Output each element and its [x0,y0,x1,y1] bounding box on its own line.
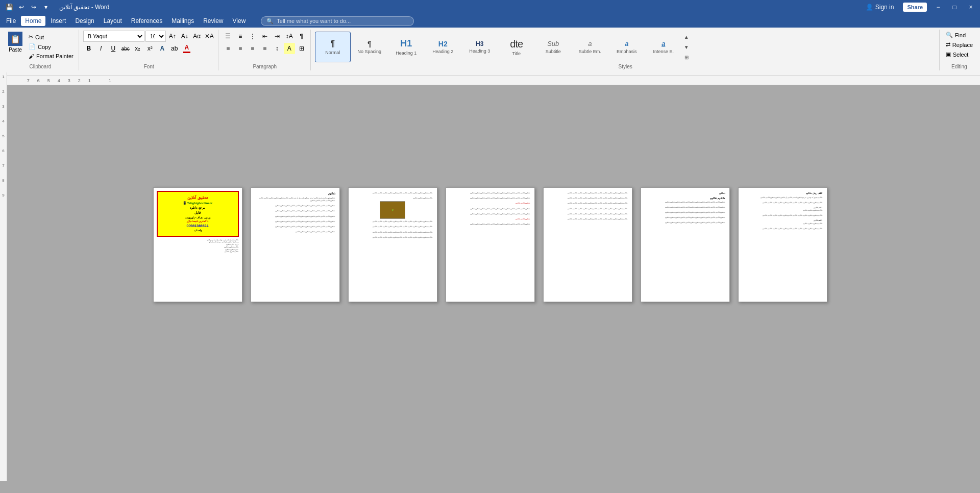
style-intense-e-label: Intense E. [653,49,674,54]
menu-file[interactable]: File [2,16,20,26]
page-3-content: داداکوم داداکوم داداکوم داداکوم داداکوم … [349,188,437,302]
page-1[interactable]: تحقیق آنلاین Tahghighonline.ir 📱 مرجع دا… [153,187,242,302]
undo-button[interactable]: ↩ [16,2,27,12]
font-name-select[interactable]: B Yaqut [83,31,144,42]
style-heading2[interactable]: H2 Heading 2 [425,32,461,62]
style-no-spacing[interactable]: ¶ No Spacing [352,32,387,62]
style-intense-e-preview: a [662,40,665,48]
highlight-icon: ab [171,45,178,52]
align-center-button[interactable]: ≡ [235,43,246,54]
find-icon: 🔍 [946,32,953,38]
redo-button[interactable]: ↪ [29,2,39,12]
superscript-button[interactable]: x² [144,43,156,54]
style-normal-label: Normal [325,50,340,55]
line-spacing-button[interactable]: ↕ [272,43,283,54]
style-heading3[interactable]: H3 Heading 3 [462,32,498,62]
align-right-button[interactable]: ≡ [247,43,258,54]
ruler: ⌐ 7 6 5 4 3 2 1 1 [0,76,980,85]
menu-review[interactable]: Review [199,16,227,26]
font-color-button[interactable]: A [181,43,192,54]
paste-icon: 📋 [8,32,22,46]
title-bar-right: 👤 Sign in Share − □ × [863,2,976,12]
sort-button[interactable]: ↕A [284,31,295,42]
change-case-button[interactable]: Aα [191,31,203,42]
share-button[interactable]: Share [903,3,927,12]
subscript-button[interactable]: x₂ [132,43,143,54]
style-emphasis-label: Emphasis [617,49,637,54]
page-5[interactable]: داداکوم داداکوم داداکوم داداکوم داداکوم … [543,187,632,302]
grow-font-button[interactable]: A↑ [167,31,178,42]
document-area: تحقیق آنلاین Tahghighonline.ir 📱 مرجع دا… [0,85,980,493]
menu-layout[interactable]: Layout [100,16,126,26]
style-intense-e[interactable]: a Intense E. [646,32,681,62]
replace-button[interactable]: ⇄ Replace [944,40,975,49]
page-6[interactable]: داداکوم داداکوم داداکوم داداکوم داداکوم … [641,187,730,302]
styles-scroll-down[interactable]: ▼ [682,42,691,52]
menu-insert[interactable]: Insert [46,16,70,26]
bold-button[interactable]: B [83,43,94,54]
font-group: B Yaqut 16 A↑ A↓ Aα ✕A B I U abc x₂ x [80,30,218,70]
style-title-preview: dte [510,38,523,50]
font-label: Font [80,64,218,69]
style-heading1[interactable]: H1 Heading 1 [388,32,424,62]
paste-button[interactable]: 📋 Paste [5,31,26,54]
strikethrough-button[interactable]: abc [120,43,131,54]
maximize-button[interactable]: □ [949,2,960,12]
style-title[interactable]: dte Title [499,32,534,62]
bullets-button[interactable]: ☰ [223,31,234,42]
cut-button[interactable]: ✂ Cut [27,33,76,41]
underline-button[interactable]: U [108,43,119,54]
menu-design[interactable]: Design [71,16,98,26]
italic-button[interactable]: I [95,43,107,54]
close-button[interactable]: × [966,2,976,12]
ruler-marks: 7 6 5 4 3 2 1 1 [23,78,115,83]
menu-view[interactable]: View [229,16,250,26]
page-3[interactable]: داداکوم داداکوم داداکوم داداکوم داداکوم … [348,187,437,302]
justify-button[interactable]: ≡ [259,43,271,54]
shading-button[interactable]: A [284,43,295,54]
show-formatting-button[interactable]: ¶ [296,31,307,42]
font-size-select[interactable]: 16 [145,31,166,42]
page-2[interactable]: داداکوم داداکوم شهری که درباره‌ی داداکوم… [251,187,340,302]
styles-scroll-up[interactable]: ▲ [682,32,691,42]
page-4[interactable]: داداکوم داداکوم داداکوم داداکوم داداکوم … [446,187,535,302]
format-painter-button[interactable]: 🖌 Format Painter [27,52,76,60]
text-effects-button[interactable]: A [157,43,168,54]
clipboard-right: ✂ Cut 📄 Copy 🖌 Format Painter [27,31,76,60]
borders-button[interactable]: ⊞ [296,43,307,54]
styles-more[interactable]: ⊞ [682,52,691,62]
decrease-indent-button[interactable]: ⇤ [259,31,271,42]
copy-icon: 📄 [29,43,36,50]
numbering-button[interactable]: ≡ [235,31,246,42]
increase-indent-button[interactable]: ⇥ [272,31,283,42]
copy-button[interactable]: 📄 Copy [27,42,76,51]
title-bar-left: 💾 ↩ ↪ ▾ تحقیق آنلاین - Word [4,2,109,12]
style-normal[interactable]: ¶ Normal [315,32,351,62]
clipboard-group: 📋 Paste ✂ Cut 📄 Copy 🖌 Format Painter [2,30,79,70]
page-4-content: داداکوم داداکوم داداکوم داداکوم داداکوم … [446,188,534,302]
multilevel-button[interactable]: ⋮ [247,31,258,42]
editing-label: Editing [941,64,978,69]
find-button[interactable]: 🔍 Find [944,31,968,39]
style-emphasis[interactable]: a Emphasis [609,32,645,62]
tell-me-box[interactable]: 🔍 Tell me what you want to do... [261,16,414,26]
sign-in-button[interactable]: 👤 Sign in [863,3,897,12]
highlight-button[interactable]: ab [169,43,180,54]
clear-format-button[interactable]: ✕A [204,31,215,42]
customize-qa-button[interactable]: ▾ [41,2,51,12]
menu-mailings[interactable]: Mailings [167,16,198,26]
style-heading2-label: Heading 2 [432,49,453,54]
menu-home[interactable]: Home [21,16,45,26]
style-heading3-preview: H3 [476,40,483,47]
select-button[interactable]: ▣ Select [944,50,971,59]
editing-group: 🔍 Find ⇄ Replace ▣ Select Editing [941,30,978,70]
align-left-button[interactable]: ≡ [223,43,234,54]
save-button[interactable]: 💾 [4,2,14,12]
page-7[interactable]: تکلیف روش داداکوم داداکوم شهری که بهترین… [738,187,827,302]
shrink-font-button[interactable]: A↓ [179,31,190,42]
page-7-content: تکلیف روش داداکوم داداکوم شهری که بهترین… [739,188,827,302]
menu-references[interactable]: References [127,16,166,26]
style-subtle-em[interactable]: a Subtle Em. [572,32,608,62]
style-subtitle[interactable]: Sub Subtitle [535,32,571,62]
minimize-button[interactable]: − [933,2,943,12]
